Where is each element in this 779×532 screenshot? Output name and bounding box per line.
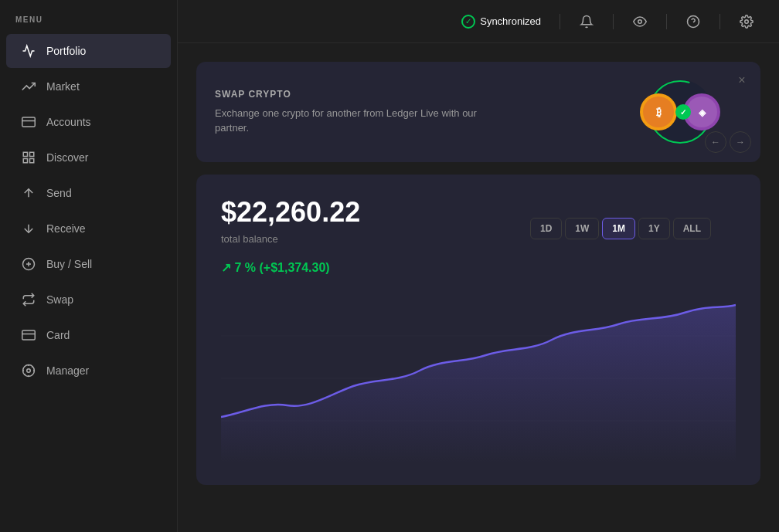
svg-rect-5 [30, 159, 34, 163]
portfolio-chart [221, 293, 736, 463]
sidebar-item-discover[interactable]: Discover [6, 141, 171, 175]
svg-point-17 [745, 19, 749, 23]
discover-icon [22, 151, 36, 164]
time-filter-1y[interactable]: 1Y [638, 218, 670, 239]
menu-label: MENU [0, 15, 177, 33]
header-divider-1 [560, 14, 560, 29]
sidebar-item-accounts[interactable]: Accounts [6, 105, 171, 139]
banner-prev-button[interactable]: ← [705, 131, 726, 153]
sidebar-item-card[interactable]: Card [6, 318, 171, 352]
manager-icon [22, 364, 36, 378]
sidebar-item-manager[interactable]: Manager [6, 354, 171, 388]
balance-change: ↗ 7 % (+$1,374.30) [221, 260, 736, 275]
svg-point-14 [638, 19, 642, 23]
help-button[interactable] [679, 8, 707, 36]
accounts-icon [22, 115, 36, 129]
time-filter-1d[interactable]: 1D [530, 218, 562, 239]
market-icon [22, 80, 36, 93]
eye-button[interactable] [626, 8, 654, 36]
sidebar-item-send[interactable]: Send [6, 176, 171, 210]
svg-text:◈: ◈ [698, 107, 706, 118]
svg-rect-4 [23, 159, 27, 163]
send-icon [22, 186, 36, 200]
sidebar: MENU Portfolio Market Accounts [0, 0, 178, 532]
content-area: SWAP CRYPTO Exchange one crypto for anot… [178, 43, 779, 532]
main-content: ✓ Synchronized [178, 0, 779, 532]
banner-navigation: ← → [705, 131, 751, 153]
header-divider-3 [666, 14, 667, 29]
svg-text:₿: ₿ [656, 106, 662, 118]
swap-banner-title: SWAP CRYPTO [215, 89, 485, 100]
sync-check-icon: ✓ [461, 15, 475, 29]
svg-rect-0 [22, 117, 36, 127]
swap-banner-description: Exchange one crypto for another from Led… [215, 106, 485, 136]
sidebar-item-receive[interactable]: Receive [6, 212, 171, 246]
notifications-button[interactable] [573, 8, 600, 36]
swap-banner-text: SWAP CRYPTO Exchange one crypto for anot… [215, 89, 485, 136]
settings-button[interactable] [733, 8, 760, 36]
sidebar-item-buy-sell[interactable]: Buy / Sell [6, 247, 171, 281]
portfolio-header: $22,260.22 total balance ↗ 7 % (+$1,374.… [221, 196, 736, 275]
time-filter-group: 1D 1W 1M 1Y ALL [530, 218, 711, 239]
time-filter-1w[interactable]: 1W [565, 218, 599, 239]
banner-close-button[interactable]: × [733, 71, 751, 90]
sync-status: ✓ Synchronized [461, 15, 541, 29]
time-filter-all[interactable]: ALL [673, 218, 711, 239]
portfolio-card: $22,260.22 total balance ↗ 7 % (+$1,374.… [196, 175, 760, 485]
buy-sell-icon [22, 257, 36, 271]
portfolio-icon [22, 44, 36, 58]
header-divider-2 [613, 14, 614, 29]
receive-icon [22, 222, 36, 236]
card-icon [22, 328, 36, 342]
swap-banner: SWAP CRYPTO Exchange one crypto for anot… [196, 62, 760, 162]
svg-rect-2 [23, 152, 27, 156]
swap-icon [22, 293, 36, 307]
sidebar-item-portfolio[interactable]: Portfolio [6, 34, 171, 68]
header-divider-4 [719, 14, 720, 29]
svg-text:✓: ✓ [680, 108, 686, 117]
svg-point-13 [27, 369, 31, 373]
banner-next-button[interactable]: → [730, 131, 751, 153]
header: ✓ Synchronized [178, 0, 779, 43]
svg-rect-11 [22, 330, 36, 340]
svg-rect-3 [30, 152, 34, 156]
time-filter-1m[interactable]: 1M [602, 218, 635, 239]
sidebar-item-market[interactable]: Market [6, 69, 171, 103]
sidebar-item-swap[interactable]: Swap [6, 283, 171, 317]
